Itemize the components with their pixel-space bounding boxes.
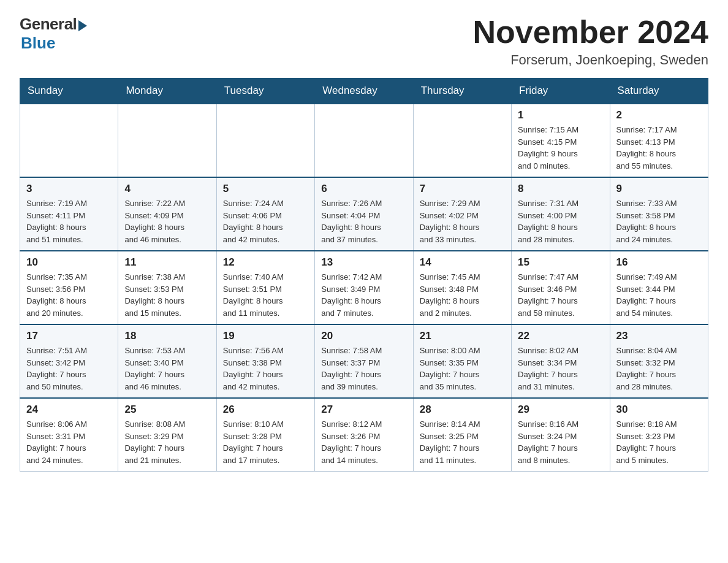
day-info: Sunrise: 7:56 AM Sunset: 3:38 PM Dayligh… (223, 345, 308, 393)
day-number: 28 (420, 404, 505, 416)
day-number: 22 (518, 330, 603, 342)
day-info: Sunrise: 7:24 AM Sunset: 4:06 PM Dayligh… (223, 197, 308, 245)
week-row-4: 17Sunrise: 7:51 AM Sunset: 3:42 PM Dayli… (20, 324, 708, 398)
week-row-3: 10Sunrise: 7:35 AM Sunset: 3:56 PM Dayli… (20, 251, 708, 324)
calendar-cell: 16Sunrise: 7:49 AM Sunset: 3:44 PM Dayli… (610, 251, 708, 324)
calendar-cell: 22Sunrise: 8:02 AM Sunset: 3:34 PM Dayli… (512, 324, 610, 398)
day-info: Sunrise: 8:02 AM Sunset: 3:34 PM Dayligh… (518, 345, 603, 393)
day-number: 19 (223, 330, 308, 342)
day-number: 6 (321, 183, 406, 195)
calendar-cell: 5Sunrise: 7:24 AM Sunset: 4:06 PM Daylig… (216, 177, 314, 251)
day-number: 13 (321, 256, 406, 269)
day-info: Sunrise: 7:45 AM Sunset: 3:48 PM Dayligh… (420, 271, 505, 319)
calendar-cell: 29Sunrise: 8:16 AM Sunset: 3:24 PM Dayli… (512, 398, 610, 472)
calendar-cell: 1Sunrise: 7:15 AM Sunset: 4:15 PM Daylig… (512, 104, 610, 177)
day-number: 18 (124, 330, 210, 342)
calendar-cell: 21Sunrise: 8:00 AM Sunset: 3:35 PM Dayli… (413, 324, 511, 398)
calendar-table: SundayMondayTuesdayWednesdayThursdayFrid… (20, 78, 708, 472)
day-info: Sunrise: 8:16 AM Sunset: 3:24 PM Dayligh… (518, 418, 603, 466)
calendar-cell: 26Sunrise: 8:10 AM Sunset: 3:28 PM Dayli… (216, 398, 314, 472)
logo-arrow-icon (78, 20, 87, 31)
header-wednesday: Wednesday (315, 79, 413, 104)
header-row: SundayMondayTuesdayWednesdayThursdayFrid… (20, 79, 708, 104)
calendar-cell: 7Sunrise: 7:29 AM Sunset: 4:02 PM Daylig… (413, 177, 511, 251)
day-info: Sunrise: 7:49 AM Sunset: 3:44 PM Dayligh… (616, 271, 702, 319)
day-info: Sunrise: 7:38 AM Sunset: 3:53 PM Dayligh… (124, 271, 210, 319)
calendar-cell: 13Sunrise: 7:42 AM Sunset: 3:49 PM Dayli… (315, 251, 413, 324)
day-info: Sunrise: 7:15 AM Sunset: 4:15 PM Dayligh… (518, 124, 603, 172)
calendar-cell: 12Sunrise: 7:40 AM Sunset: 3:51 PM Dayli… (216, 251, 314, 324)
header-thursday: Thursday (413, 79, 511, 104)
day-number: 16 (616, 256, 702, 269)
day-number: 15 (518, 256, 603, 269)
day-info: Sunrise: 8:12 AM Sunset: 3:26 PM Dayligh… (321, 418, 406, 466)
calendar-cell: 19Sunrise: 7:56 AM Sunset: 3:38 PM Dayli… (216, 324, 314, 398)
calendar-cell (118, 104, 216, 177)
day-number: 24 (26, 404, 112, 416)
calendar-cell: 25Sunrise: 8:08 AM Sunset: 3:29 PM Dayli… (118, 398, 216, 472)
day-info: Sunrise: 7:47 AM Sunset: 3:46 PM Dayligh… (518, 271, 603, 319)
calendar-cell: 11Sunrise: 7:38 AM Sunset: 3:53 PM Dayli… (118, 251, 216, 324)
calendar-cell: 3Sunrise: 7:19 AM Sunset: 4:11 PM Daylig… (20, 177, 118, 251)
header-sunday: Sunday (20, 79, 118, 104)
day-number: 9 (616, 183, 702, 195)
day-info: Sunrise: 7:35 AM Sunset: 3:56 PM Dayligh… (26, 271, 112, 319)
calendar-body: 1Sunrise: 7:15 AM Sunset: 4:15 PM Daylig… (20, 104, 708, 472)
calendar-cell: 9Sunrise: 7:33 AM Sunset: 3:58 PM Daylig… (610, 177, 708, 251)
day-number: 11 (124, 256, 210, 269)
calendar-cell: 23Sunrise: 8:04 AM Sunset: 3:32 PM Dayli… (610, 324, 708, 398)
day-number: 25 (124, 404, 210, 416)
week-row-2: 3Sunrise: 7:19 AM Sunset: 4:11 PM Daylig… (20, 177, 708, 251)
day-info: Sunrise: 8:06 AM Sunset: 3:31 PM Dayligh… (26, 418, 112, 466)
day-number: 8 (518, 183, 603, 195)
header-friday: Friday (512, 79, 610, 104)
calendar-cell: 15Sunrise: 7:47 AM Sunset: 3:46 PM Dayli… (512, 251, 610, 324)
day-info: Sunrise: 7:22 AM Sunset: 4:09 PM Dayligh… (124, 197, 210, 245)
day-info: Sunrise: 8:08 AM Sunset: 3:29 PM Dayligh… (124, 418, 210, 466)
calendar-cell: 2Sunrise: 7:17 AM Sunset: 4:13 PM Daylig… (610, 104, 708, 177)
calendar-cell: 30Sunrise: 8:18 AM Sunset: 3:23 PM Dayli… (610, 398, 708, 472)
day-info: Sunrise: 8:18 AM Sunset: 3:23 PM Dayligh… (616, 418, 702, 466)
day-info: Sunrise: 7:26 AM Sunset: 4:04 PM Dayligh… (321, 197, 406, 245)
calendar-cell: 18Sunrise: 7:53 AM Sunset: 3:40 PM Dayli… (118, 324, 216, 398)
calendar-cell (413, 104, 511, 177)
calendar-header: SundayMondayTuesdayWednesdayThursdayFrid… (20, 79, 708, 104)
day-info: Sunrise: 8:04 AM Sunset: 3:32 PM Dayligh… (616, 345, 702, 393)
calendar-cell: 28Sunrise: 8:14 AM Sunset: 3:25 PM Dayli… (413, 398, 511, 472)
day-number: 12 (223, 256, 308, 269)
calendar-cell (216, 104, 314, 177)
day-info: Sunrise: 7:17 AM Sunset: 4:13 PM Dayligh… (616, 124, 702, 172)
day-info: Sunrise: 7:42 AM Sunset: 3:49 PM Dayligh… (321, 271, 406, 319)
title-area: November 2024 Forserum, Joenkoeping, Swe… (473, 15, 708, 68)
day-number: 26 (223, 404, 308, 416)
week-row-1: 1Sunrise: 7:15 AM Sunset: 4:15 PM Daylig… (20, 104, 708, 177)
day-info: Sunrise: 7:40 AM Sunset: 3:51 PM Dayligh… (223, 271, 308, 319)
day-number: 5 (223, 183, 308, 195)
calendar-cell: 27Sunrise: 8:12 AM Sunset: 3:26 PM Dayli… (315, 398, 413, 472)
day-number: 2 (616, 109, 702, 121)
day-number: 1 (518, 109, 603, 121)
calendar-cell: 14Sunrise: 7:45 AM Sunset: 3:48 PM Dayli… (413, 251, 511, 324)
day-number: 17 (26, 330, 112, 342)
day-info: Sunrise: 8:00 AM Sunset: 3:35 PM Dayligh… (420, 345, 505, 393)
day-number: 20 (321, 330, 406, 342)
page-header: General Blue November 2024 Forserum, Joe… (20, 15, 708, 68)
week-row-5: 24Sunrise: 8:06 AM Sunset: 3:31 PM Dayli… (20, 398, 708, 472)
day-info: Sunrise: 7:29 AM Sunset: 4:02 PM Dayligh… (420, 197, 505, 245)
day-number: 29 (518, 404, 603, 416)
day-number: 23 (616, 330, 702, 342)
day-info: Sunrise: 7:53 AM Sunset: 3:40 PM Dayligh… (124, 345, 210, 393)
calendar-cell: 24Sunrise: 8:06 AM Sunset: 3:31 PM Dayli… (20, 398, 118, 472)
location: Forserum, Joenkoeping, Sweden (473, 52, 708, 68)
logo-blue-text: Blue (21, 34, 55, 53)
day-number: 7 (420, 183, 505, 195)
day-info: Sunrise: 8:10 AM Sunset: 3:28 PM Dayligh… (223, 418, 308, 466)
header-monday: Monday (118, 79, 216, 104)
calendar-cell: 6Sunrise: 7:26 AM Sunset: 4:04 PM Daylig… (315, 177, 413, 251)
calendar-cell: 10Sunrise: 7:35 AM Sunset: 3:56 PM Dayli… (20, 251, 118, 324)
day-info: Sunrise: 7:19 AM Sunset: 4:11 PM Dayligh… (26, 197, 112, 245)
header-tuesday: Tuesday (216, 79, 314, 104)
calendar-cell: 8Sunrise: 7:31 AM Sunset: 4:00 PM Daylig… (512, 177, 610, 251)
day-info: Sunrise: 7:58 AM Sunset: 3:37 PM Dayligh… (321, 345, 406, 393)
calendar-cell: 17Sunrise: 7:51 AM Sunset: 3:42 PM Dayli… (20, 324, 118, 398)
